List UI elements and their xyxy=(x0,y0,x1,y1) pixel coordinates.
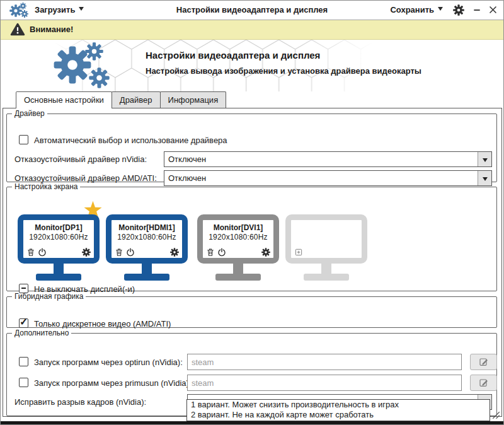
monitor-card-hdmi1[interactable]: Monitor[HDMI1] 1920x1080:60Hz xyxy=(106,214,188,281)
close-button[interactable] xyxy=(488,4,498,15)
power-monitor-icon[interactable] xyxy=(217,248,226,257)
tab-bar: Основные настройки Драйвер Информация xyxy=(16,91,226,108)
dropdown-option-1[interactable]: 1 вариант. Может снизить производительно… xyxy=(187,400,490,410)
driver-group: Драйвер Автоматический выбор и использов… xyxy=(6,109,497,182)
screen-group: Настройка экрана Monitor[DP1] 1920x1080:… xyxy=(6,182,497,291)
warning-triangle-icon xyxy=(10,22,25,37)
edit-pencil-icon xyxy=(479,357,489,367)
primusun-label: Запуск программ через primusun (nVidia): xyxy=(34,378,191,388)
resize-grip[interactable] xyxy=(490,409,501,420)
edit-pencil-icon xyxy=(479,378,489,388)
discrete-only-checkbox[interactable] xyxy=(19,318,28,328)
hybrid-group-title: Гибридная графика xyxy=(12,292,86,301)
primusun-command-input[interactable] xyxy=(187,375,462,391)
monitor-name: Monitor[DVI1] xyxy=(203,223,273,232)
warning-banner: Внимание! xyxy=(1,20,503,40)
tearing-fix-label: Исправить разрыв кадров (nVidia): xyxy=(14,397,146,407)
delete-monitor-icon[interactable] xyxy=(26,248,35,257)
nvidia-failsafe-label: Отказоустойчивый драйвер nVidia: xyxy=(14,154,147,164)
app-logo-gears-icon xyxy=(54,42,113,90)
optirun-edit-button[interactable] xyxy=(470,354,497,370)
dropdown-option-2[interactable]: 2 вариант. Не на каждой карте может сраб… xyxy=(187,410,490,420)
minimize-button[interactable] xyxy=(472,5,482,15)
page-subtitle: Настройка вывода изображения и установка… xyxy=(146,66,421,76)
power-monitor-icon[interactable] xyxy=(126,248,135,257)
screen-group-title: Настройка экрана xyxy=(12,182,80,191)
hybrid-group: Гибридная графика Только дискретное виде… xyxy=(6,292,497,328)
discrete-only-label: Только дискретное видео (AMD/ATI) xyxy=(34,319,171,329)
primusun-checkbox[interactable] xyxy=(19,378,28,387)
nvidia-failsafe-select[interactable]: Отключен xyxy=(164,151,492,167)
optirun-checkbox[interactable] xyxy=(19,357,28,366)
tab-driver[interactable]: Драйвер xyxy=(112,91,161,108)
optirun-command-input[interactable] xyxy=(187,354,462,370)
save-button[interactable]: Сохранить xyxy=(390,1,443,20)
app-window: Загрузить Настройки видеоадаптера и дисп… xyxy=(0,0,504,425)
title-bar: Загрузить Настройки видеоадаптера и дисп… xyxy=(1,1,503,20)
driver-group-title: Драйвер xyxy=(12,109,47,118)
window-bottom-edge xyxy=(1,421,503,424)
extra-group-title: Дополнительно xyxy=(12,329,71,337)
monitor-resolution: 1920x1080:60Hz xyxy=(23,233,94,242)
monitor-name: Monitor[DP1] xyxy=(23,223,94,232)
monitor-settings-icon[interactable] xyxy=(261,248,270,257)
auto-driver-label: Автоматический выбор и использование дра… xyxy=(34,136,227,145)
settings-gear-icon[interactable] xyxy=(453,4,464,16)
dropdown-arrow-icon[interactable] xyxy=(478,152,491,166)
monitor-resolution: 1920x1080:60Hz xyxy=(203,233,273,242)
delete-monitor-icon[interactable] xyxy=(206,248,215,257)
tab-main-settings[interactable]: Основные настройки xyxy=(16,91,112,108)
monitor-card-add[interactable] xyxy=(285,214,367,281)
monitor-settings-icon[interactable] xyxy=(170,248,179,257)
page-header: Настройки видеоадаптера и дисплея Настро… xyxy=(1,40,503,91)
tab-information[interactable]: Информация xyxy=(160,91,227,108)
monitor-card-dvi1[interactable]: Monitor[DVI1] 1920x1080:60Hz xyxy=(197,214,279,281)
page-title: Настройки видеоадаптера и дисплея xyxy=(146,50,320,61)
amd-failsafe-label: Отказоустойчивый драйвер AMD/ATI: xyxy=(14,173,157,183)
primusun-edit-button[interactable] xyxy=(470,375,497,391)
chevron-down-icon xyxy=(438,7,443,13)
add-monitor-icon[interactable] xyxy=(294,248,303,257)
monitor-name: Monitor[HDMI1] xyxy=(112,223,182,232)
power-monitor-icon[interactable] xyxy=(38,248,47,257)
warning-text: Внимание! xyxy=(30,20,73,39)
monitor-card-dp1[interactable]: Monitor[DP1] 1920x1080:60Hz xyxy=(18,214,100,281)
delete-monitor-icon[interactable] xyxy=(115,248,123,257)
tearing-fix-dropdown-list: 1 вариант. Может снизить производительно… xyxy=(186,399,490,421)
monitor-settings-icon[interactable] xyxy=(82,248,91,257)
tab-panel: Драйвер Автоматический выбор и использов… xyxy=(3,108,502,417)
monitor-resolution: 1920x1080:60Hz xyxy=(112,233,182,242)
optirun-label: Запуск программ через optirun (nVidia): xyxy=(34,358,183,367)
auto-driver-checkbox[interactable] xyxy=(19,135,28,144)
